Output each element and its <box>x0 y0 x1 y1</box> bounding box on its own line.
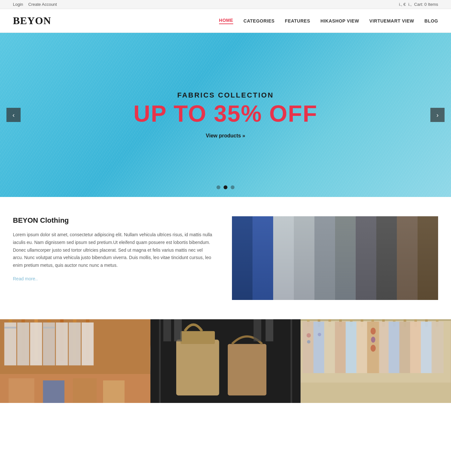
hero-title-highlight: 35% <box>214 101 262 126</box>
fabric-swatches <box>232 216 438 300</box>
content-image <box>232 216 438 300</box>
chevron-right-icon: › <box>437 111 439 119</box>
photo-overlay-1 <box>0 319 150 403</box>
swatch-10 <box>417 216 438 300</box>
read-more-link[interactable]: Read more.. <box>13 276 38 281</box>
cart-info: i., <box>408 2 411 7</box>
hero-content: FABRICS COLLECTION UP TO 35% OFF View pr… <box>133 91 318 139</box>
swatch-8 <box>376 216 397 300</box>
hero-title-prefix: UP TO <box>133 101 214 126</box>
photo-colorful-rack: M <box>301 319 451 403</box>
swatch-2 <box>253 216 273 300</box>
hero-cta-link[interactable]: View products » <box>206 133 245 138</box>
chevron-left-icon: ‹ <box>13 111 15 119</box>
swatch-1 <box>232 216 253 300</box>
create-account-link[interactable]: Create Account <box>28 2 57 7</box>
slider-prev-button[interactable]: ‹ <box>6 108 21 122</box>
swatch-4 <box>294 216 314 300</box>
content-text: BEYON Clothing Lorem ipsum dolor sit ame… <box>13 216 213 300</box>
nav-features[interactable]: FEATURES <box>285 18 310 23</box>
hero-slider: ‹ FABRICS COLLECTION UP TO 35% OFF View … <box>0 33 451 197</box>
currency-label: i., € <box>399 2 406 7</box>
topbar-left: Login Create Account <box>13 2 57 7</box>
nav-virtuemart[interactable]: VIRTUEMART VIEW <box>369 18 414 23</box>
topbar-right: i., € i., Cart: 0 Items <box>399 2 438 7</box>
swatch-7 <box>356 216 376 300</box>
nav-hikashop[interactable]: HIKASHOP VIEW <box>321 18 359 23</box>
photo-overlay-3 <box>301 319 451 403</box>
hero-title-suffix: OFF <box>262 101 318 126</box>
slider-dot-2[interactable] <box>224 185 227 189</box>
login-link[interactable]: Login <box>13 2 23 7</box>
swatch-9 <box>397 216 417 300</box>
nav-blog[interactable]: BLOG <box>425 18 438 23</box>
slider-dot-1[interactable] <box>216 185 220 189</box>
photo-grid: M <box>0 319 451 403</box>
main-nav: HOME CATEGORIES FEATURES HIKASHOP VIEW V… <box>219 18 438 24</box>
slider-next-button[interactable]: › <box>430 108 445 122</box>
photo-bags <box>150 319 301 403</box>
topbar: Login Create Account i., € i., Cart: 0 I… <box>0 0 451 9</box>
nav-home[interactable]: HOME <box>219 18 233 24</box>
content-title: BEYON Clothing <box>13 216 213 225</box>
cart-link[interactable]: Cart: 0 Items <box>414 2 438 7</box>
slider-dots <box>216 185 235 189</box>
hero-title: UP TO 35% OFF <box>133 102 318 125</box>
header: BEYON HOME CATEGORIES FEATURES HIKASHOP … <box>0 9 451 33</box>
swatch-3 <box>273 216 294 300</box>
nav-categories[interactable]: CATEGORIES <box>244 18 275 23</box>
logo[interactable]: BEYON <box>13 15 51 27</box>
photo-clothes-hangers <box>0 319 150 403</box>
swatch-5 <box>314 216 335 300</box>
swatch-6 <box>335 216 356 300</box>
content-section: BEYON Clothing Lorem ipsum dolor sit ame… <box>0 197 451 319</box>
content-body: Lorem ipsum dolor sit amet, consectetur … <box>13 231 213 269</box>
hero-subtitle: FABRICS COLLECTION <box>133 91 318 99</box>
slider-dot-3[interactable] <box>231 185 235 189</box>
photo-overlay-2 <box>150 319 301 403</box>
